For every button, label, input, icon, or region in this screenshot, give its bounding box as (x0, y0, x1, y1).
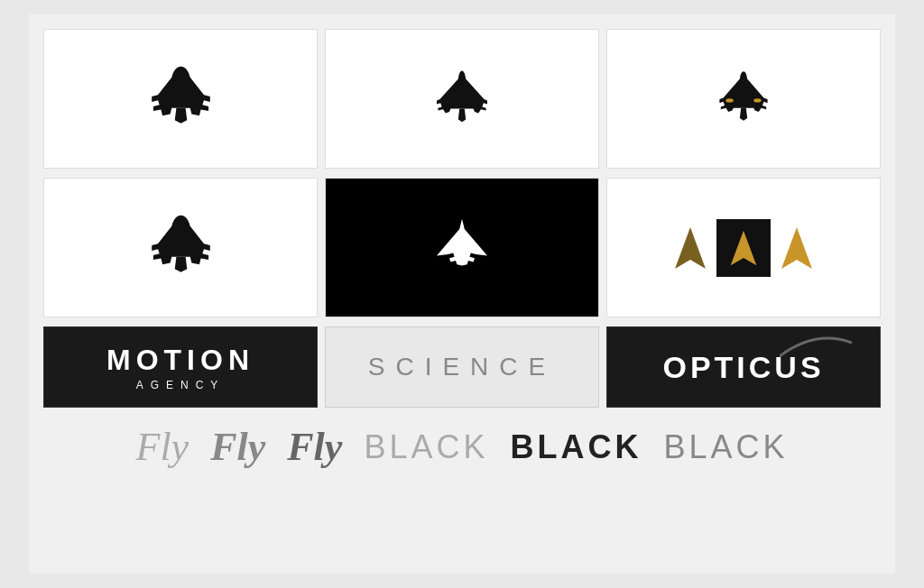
main-canvas: MOTION AGENCY SCIENCE OPTICUS Fly Fly Fl… (29, 14, 895, 574)
grid-banners: MOTION AGENCY SCIENCE OPTICUS (43, 326, 881, 408)
banner-opticus: OPTICUS (606, 326, 881, 408)
banner-motion: MOTION AGENCY (43, 326, 318, 408)
motion-subtitle: AGENCY (106, 379, 254, 391)
plane-icon-1 (143, 60, 219, 137)
cell-plane-4 (43, 178, 318, 317)
arrow-icon-1 (673, 225, 707, 271)
cell-arrows (606, 178, 881, 317)
fly-label-2: Fly (210, 424, 265, 470)
cell-plane-2 (325, 29, 599, 169)
cell-plane-1 (43, 29, 318, 169)
svg-marker-3 (731, 230, 757, 265)
motion-title: MOTION (106, 344, 254, 377)
opticus-wrapper: OPTICUS (662, 350, 824, 385)
cell-plane-5 (325, 178, 599, 317)
science-text: SCIENCE (368, 353, 556, 381)
svg-marker-2 (675, 227, 706, 269)
black-label-3: BLACK (663, 428, 788, 466)
plane-icon-4 (143, 209, 219, 286)
arrow-icon-2-container (716, 219, 771, 277)
arrows-group (673, 219, 814, 277)
plane-icon-3 (712, 68, 775, 131)
grid-row-2 (43, 178, 881, 317)
plane-icon-5-white (430, 216, 494, 280)
arrow-icon-2 (729, 228, 758, 268)
opticus-text: OPTICUS (662, 350, 824, 385)
motion-text-group: MOTION AGENCY (106, 344, 254, 391)
grid-row-1 (43, 29, 881, 169)
fly-label-1: Fly (136, 424, 189, 470)
black-label-2: BLACK (510, 428, 642, 466)
cell-plane-3 (606, 29, 881, 169)
black-label-1: BLACK (364, 428, 488, 466)
arrow-icon-3 (780, 225, 814, 271)
banner-science: SCIENCE (325, 326, 599, 408)
fly-label-3: Fly (287, 424, 342, 470)
plane-icon-2 (430, 68, 494, 131)
svg-marker-4 (781, 227, 812, 269)
svg-point-1 (753, 98, 761, 102)
text-samples-row: Fly Fly Fly BLACK BLACK BLACK (43, 417, 881, 477)
svg-point-0 (725, 98, 733, 102)
